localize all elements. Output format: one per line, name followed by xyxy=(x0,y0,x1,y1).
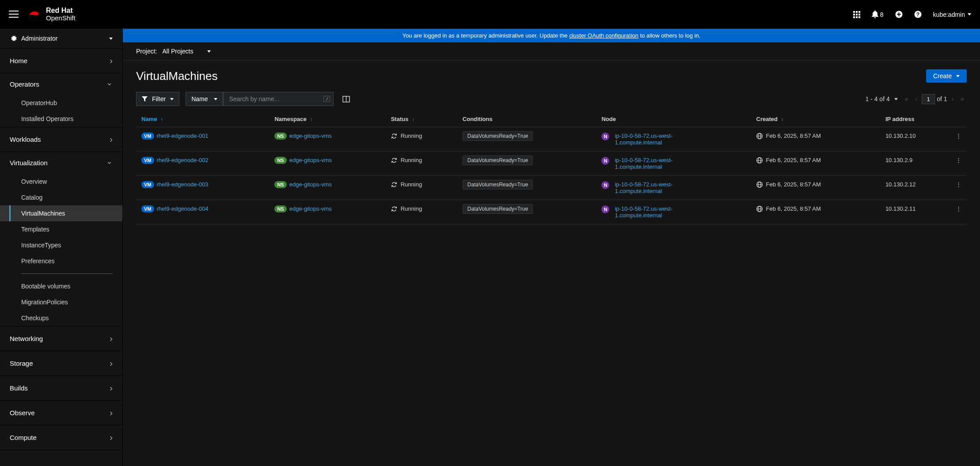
sidebar-item[interactable]: Checkups xyxy=(0,310,122,326)
column-management-button[interactable] xyxy=(340,93,353,105)
node-link[interactable]: ip-10-0-58-72.us-west-1.compute.internal xyxy=(615,205,681,219)
nav-section-toggle[interactable]: Networking xyxy=(0,326,122,351)
status-text: Running xyxy=(401,181,422,188)
namespace-link[interactable]: edge-gitops-vms xyxy=(289,157,332,163)
globe-icon xyxy=(756,206,763,212)
project-bar: Project: All Projects xyxy=(123,42,980,61)
sidebar-item[interactable]: Bootable volumes xyxy=(0,278,122,294)
create-button[interactable]: Create xyxy=(926,69,967,83)
search-input[interactable] xyxy=(223,92,334,106)
filter-label: Filter xyxy=(152,95,166,102)
condition-pill: DataVolumesReady=True xyxy=(463,155,533,165)
sidebar-item[interactable]: Templates xyxy=(0,221,122,237)
nav-section-toggle[interactable]: Storage xyxy=(0,351,122,375)
notification-count: 8 xyxy=(880,11,884,18)
created-cell: Feb 6, 2025, 8:57 AM xyxy=(756,181,875,188)
row-actions-kebab[interactable]: ⋮ xyxy=(950,127,967,152)
nav-section-toggle[interactable]: Workloads xyxy=(0,127,122,152)
col-name[interactable]: Name↑ xyxy=(136,111,269,127)
namespace-link[interactable]: edge-gitops-vms xyxy=(289,205,332,212)
sidebar-item[interactable]: Installed Operators xyxy=(0,111,122,127)
svg-text:?: ? xyxy=(916,11,919,18)
col-status[interactable]: Status↕ xyxy=(386,111,457,127)
nav-section: Builds xyxy=(0,376,122,401)
page-next-button[interactable]: › xyxy=(949,94,957,104)
vm-name-link[interactable]: rhel9-edgenode-003 xyxy=(157,181,209,188)
status-text: Running xyxy=(401,133,422,139)
col-ip: IP address xyxy=(880,111,950,127)
sidebar-item[interactable]: OperatorHub xyxy=(0,95,122,111)
sync-icon xyxy=(391,182,397,188)
page-title: VirtualMachines xyxy=(136,69,218,83)
nav-section-toggle[interactable]: Virtualization xyxy=(0,152,122,174)
brand-line2: OpenShift xyxy=(46,15,76,22)
sync-icon xyxy=(391,206,397,212)
user-menu[interactable]: kube:admin xyxy=(933,11,971,18)
sidebar-item[interactable]: Overview xyxy=(0,174,122,189)
vm-name-link[interactable]: rhel9-edgenode-002 xyxy=(157,157,209,163)
ip-cell: 10.130.2.10 xyxy=(880,127,950,152)
row-actions-kebab[interactable]: ⋮ xyxy=(950,152,967,176)
sidebar: Administrator HomeOperatorsOperatorHubIn… xyxy=(0,29,123,466)
page-number-input[interactable] xyxy=(922,94,935,104)
nav-section-toggle[interactable]: Observe xyxy=(0,401,122,425)
filter-button[interactable]: Filter xyxy=(136,92,179,106)
notifications-button[interactable]: 8 xyxy=(872,11,884,18)
globe-icon xyxy=(756,182,763,188)
col-conditions: Conditions xyxy=(457,111,596,127)
nav-toggle-button[interactable] xyxy=(9,11,19,18)
node-badge: N xyxy=(601,133,609,140)
vm-name-link[interactable]: rhel9-edgenode-004 xyxy=(157,205,209,212)
perspective-switcher[interactable]: Administrator xyxy=(0,29,122,49)
node-link[interactable]: ip-10-0-58-72.us-west-1.compute.internal xyxy=(615,181,681,194)
project-selector[interactable]: Project: All Projects xyxy=(136,48,211,55)
vm-badge: VM xyxy=(141,205,154,212)
nav-section-label: Home xyxy=(10,57,27,64)
globe-icon xyxy=(756,133,763,139)
namespace-badge: NS xyxy=(274,205,286,212)
status-text: Running xyxy=(401,157,422,163)
sidebar-item[interactable]: Catalog xyxy=(0,189,122,205)
page-range-select[interactable]: 1 - 4 of 4 xyxy=(865,95,897,102)
banner-link[interactable]: cluster OAuth configuration xyxy=(569,32,638,39)
sidebar-item[interactable]: InstanceTypes xyxy=(0,237,122,253)
app-launcher-icon[interactable] xyxy=(853,11,860,18)
nav-section-toggle[interactable]: Compute xyxy=(0,425,122,450)
help-button[interactable]: ? xyxy=(914,11,922,18)
vm-name-link[interactable]: rhel9-edgenode-001 xyxy=(157,133,209,139)
chevron-right-icon xyxy=(110,333,113,344)
row-actions-kebab[interactable]: ⋮ xyxy=(950,176,967,200)
namespace-link[interactable]: edge-gitops-vms xyxy=(289,133,332,139)
created-text: Feb 6, 2025, 8:57 AM xyxy=(766,157,821,163)
nav-section: Workloads xyxy=(0,127,122,152)
node-link[interactable]: ip-10-0-58-72.us-west-1.compute.internal xyxy=(615,133,681,146)
table-row: VMrhel9-edgenode-003NSedge-gitops-vmsRun… xyxy=(136,176,967,200)
sidebar-item[interactable]: VirtualMachines xyxy=(0,205,122,221)
nav-section-label: Storage xyxy=(10,360,33,367)
node-link[interactable]: ip-10-0-58-72.us-west-1.compute.internal xyxy=(615,157,681,170)
nav-section-toggle[interactable]: Operators xyxy=(0,73,122,95)
page-last-button[interactable]: » xyxy=(958,94,967,104)
masthead: Red Hat OpenShift 8 ? kube:admin xyxy=(0,0,980,29)
page-first-button[interactable]: « xyxy=(902,94,911,104)
condition-pill: DataVolumesReady=True xyxy=(463,180,533,189)
nav-section-label: Observe xyxy=(10,409,35,417)
ip-cell: 10.130.2.11 xyxy=(880,200,950,224)
sidebar-item[interactable]: Preferences xyxy=(0,253,122,269)
col-namespace[interactable]: Namespace↕ xyxy=(269,111,385,127)
brand-line1: Red Hat xyxy=(46,7,76,15)
sidebar-item[interactable]: MigrationPolicies xyxy=(0,294,122,310)
filter-attribute-select[interactable]: Name xyxy=(186,92,223,106)
gear-icon xyxy=(10,35,17,42)
page-prev-button[interactable]: ‹ xyxy=(913,94,920,104)
nav-section-toggle[interactable]: Builds xyxy=(0,376,122,400)
namespace-link[interactable]: edge-gitops-vms xyxy=(289,181,332,188)
col-created[interactable]: Created↕ xyxy=(751,111,880,127)
import-button[interactable] xyxy=(895,11,903,18)
condition-pill: DataVolumesReady=True xyxy=(463,204,533,214)
vm-table: Name↑ Namespace↕ Status↕ Conditions Node… xyxy=(136,111,967,224)
nav-section-label: Operators xyxy=(10,80,39,88)
nav-section-toggle[interactable]: Home xyxy=(0,49,122,73)
brand-logo[interactable]: Red Hat OpenShift xyxy=(27,7,76,22)
row-actions-kebab[interactable]: ⋮ xyxy=(950,200,967,224)
